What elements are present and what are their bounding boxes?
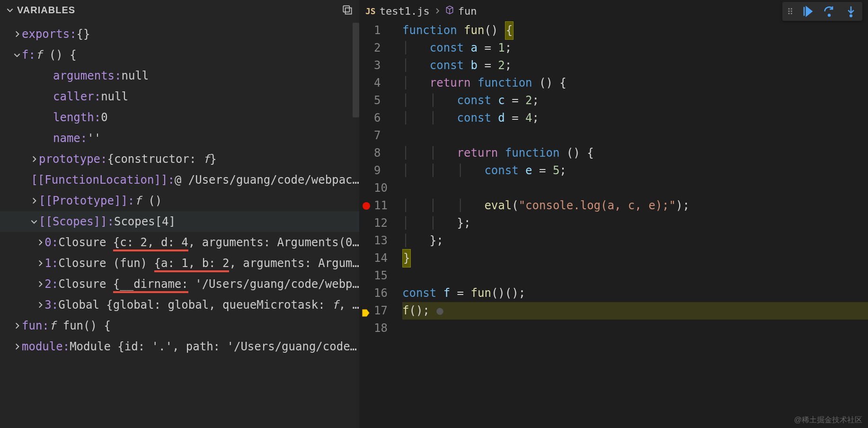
editor-panel: JS test1.js fun ⠿ 1234567891011121314151… — [360, 0, 868, 428]
debug-toolbar: ⠿ — [782, 2, 862, 21]
code-line[interactable]: │ │ │ const e = 5; — [402, 162, 868, 179]
chevron-right-icon — [35, 238, 44, 247]
variable-row[interactable]: [[FunctionLocation]]: @ /Users/guang/cod… — [0, 169, 359, 190]
scrollbar-thumb[interactable] — [353, 23, 359, 117]
breakpoint-gutter[interactable] — [360, 109, 374, 127]
code-line[interactable] — [402, 320, 868, 337]
line-number: 6 — [374, 109, 394, 127]
chevron-right-icon — [35, 259, 44, 268]
code-line[interactable]: function fun() { — [402, 22, 868, 39]
chevron-right-icon — [12, 30, 22, 38]
collapse-all-icon[interactable] — [341, 4, 354, 16]
variable-row[interactable]: [[Prototype]]: f () — [0, 190, 359, 211]
code-line[interactable] — [402, 127, 868, 144]
breakpoint-gutter[interactable] — [360, 232, 374, 250]
line-number: 16 — [374, 285, 394, 302]
code-line[interactable]: │ const b = 2; — [402, 57, 868, 74]
variable-row[interactable]: 1: Closure (fun) {a: 1, b: 2, arguments:… — [0, 253, 359, 274]
code-line[interactable] — [402, 267, 868, 285]
code-line[interactable]: │ │ │ eval("console.log(a, c, e);"); — [402, 197, 868, 214]
chevron-right-icon — [12, 321, 22, 330]
code-line[interactable]: │ │ const c = 2; — [402, 92, 868, 109]
step-into-button[interactable] — [844, 5, 858, 18]
variable-row[interactable]: fun: f fun() { — [0, 315, 359, 336]
code-line[interactable]: │ │ }; — [402, 214, 868, 232]
breadcrumb-symbol[interactable]: fun — [458, 5, 477, 17]
chevron-right-icon — [434, 5, 441, 17]
chevron-right-icon — [35, 280, 44, 288]
line-number: 12 — [374, 214, 394, 232]
variable-row[interactable]: name: '' — [0, 128, 359, 149]
breakpoint-gutter[interactable] — [360, 39, 374, 57]
breakpoint-gutter[interactable] — [360, 22, 374, 39]
code-line[interactable]: │ │ return function () { — [402, 144, 868, 162]
code-editor[interactable]: 123456789101112131415161718function fun(… — [360, 22, 868, 337]
variable-row[interactable]: module: Module {id: '.', path: '/Users/g… — [0, 336, 359, 357]
breakpoint-icon[interactable] — [363, 202, 370, 210]
breakpoint-gutter[interactable] — [360, 214, 374, 232]
step-over-button[interactable] — [823, 5, 836, 18]
variable-row[interactable]: exports: {} — [0, 24, 359, 45]
variables-title: VARIABLES — [17, 5, 75, 16]
variable-row[interactable]: 3: Global {global: global, queueMicrotas… — [0, 294, 359, 315]
code-line[interactable]: const f = fun()(); — [402, 285, 868, 302]
code-line[interactable]: │ const a = 1; — [402, 39, 868, 57]
line-number: 17 — [374, 302, 394, 320]
variables-header[interactable]: VARIABLES — [0, 0, 359, 20]
breakpoint-gutter[interactable] — [360, 267, 374, 285]
variable-row[interactable]: [[Scopes]]: Scopes[4] — [0, 211, 359, 232]
breakpoint-gutter[interactable] — [360, 197, 374, 214]
breakpoint-gutter[interactable] — [360, 162, 374, 179]
chevron-down-icon — [12, 51, 22, 59]
line-number: 4 — [374, 74, 394, 92]
line-number: 1 — [374, 22, 394, 39]
breakpoint-gutter[interactable] — [360, 74, 374, 92]
svg-point-1 — [828, 14, 830, 16]
breakpoint-gutter[interactable] — [360, 285, 374, 302]
continue-button[interactable] — [801, 5, 814, 18]
chevron-right-icon — [29, 155, 39, 163]
breakpoint-gutter[interactable] — [360, 144, 374, 162]
svg-point-2 — [850, 15, 852, 17]
code-line[interactable] — [402, 179, 868, 197]
js-file-icon: JS — [365, 6, 376, 16]
line-number: 10 — [374, 179, 394, 197]
breakpoint-gutter[interactable] — [360, 92, 374, 109]
line-number: 5 — [374, 92, 394, 109]
chevron-right-icon — [12, 342, 22, 351]
code-line[interactable]: f(); ● — [402, 302, 868, 320]
variable-row[interactable]: 2: Closure {__dirname: '/Users/guang/cod… — [0, 274, 359, 294]
code-line[interactable]: │ │ const d = 4; — [402, 109, 868, 127]
watermark: @稀土掘金技术社区 — [794, 415, 862, 425]
chevron-right-icon — [29, 196, 39, 205]
variable-row[interactable]: prototype: {constructor: f} — [0, 149, 359, 169]
svg-rect-0 — [343, 6, 349, 12]
line-number: 3 — [374, 57, 394, 74]
line-number: 2 — [374, 39, 394, 57]
variable-row[interactable]: length: 0 — [0, 107, 359, 128]
breadcrumb-file[interactable]: test1.js — [380, 5, 430, 17]
line-number: 11 — [374, 197, 394, 214]
line-number: 9 — [374, 162, 394, 179]
chevron-right-icon — [35, 301, 44, 309]
line-number: 18 — [374, 320, 394, 337]
variable-row[interactable]: arguments: null — [0, 65, 359, 86]
chevron-down-icon — [29, 217, 39, 226]
line-number: 14 — [374, 250, 394, 267]
code-line[interactable]: } — [402, 250, 868, 267]
line-number: 15 — [374, 267, 394, 285]
breakpoint-gutter[interactable] — [360, 179, 374, 197]
variable-row[interactable]: 0: Closure {c: 2, d: 4, arguments: Argum… — [0, 232, 359, 253]
drag-grip-icon[interactable]: ⠿ — [787, 7, 792, 17]
breakpoint-gutter[interactable] — [360, 320, 374, 337]
code-line[interactable]: │ }; — [402, 232, 868, 250]
variable-row[interactable]: caller: null — [0, 86, 359, 107]
variable-row[interactable]: f: f () { — [0, 45, 359, 65]
breakpoint-gutter[interactable] — [360, 57, 374, 74]
line-number: 13 — [374, 232, 394, 250]
line-number: 7 — [374, 127, 394, 144]
breakpoint-gutter[interactable] — [360, 127, 374, 144]
breakpoint-gutter[interactable] — [360, 302, 374, 320]
breakpoint-gutter[interactable] — [360, 250, 374, 267]
code-line[interactable]: │ return function () { — [402, 74, 868, 92]
